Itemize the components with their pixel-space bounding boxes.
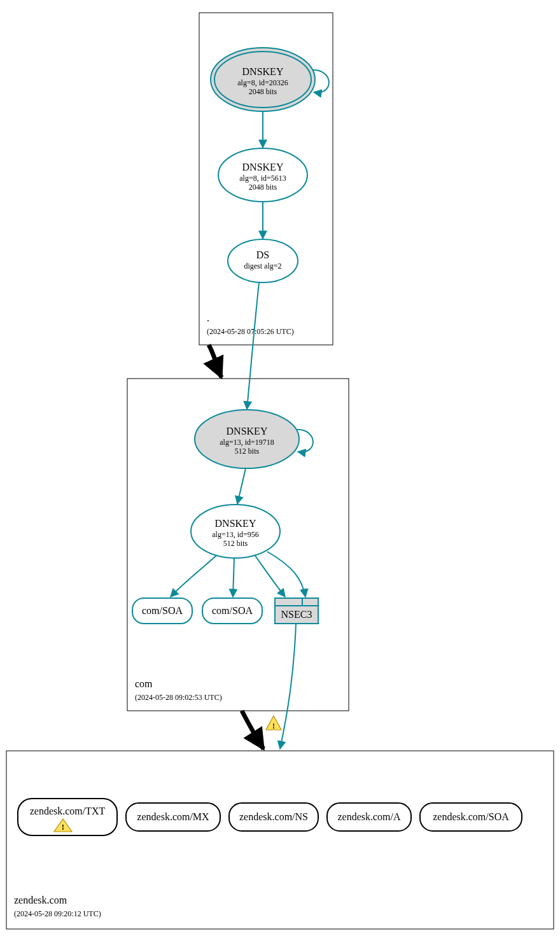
- com-ksk-title: DNSKEY: [227, 426, 268, 437]
- node-zendesk-a[interactable]: zendesk.com/A: [327, 803, 411, 831]
- zone-root-name: .: [207, 312, 209, 323]
- com-ksk-l1: alg=13, id=19718: [220, 438, 274, 447]
- svg-rect-14: [6, 751, 554, 929]
- z-soa-title: zendesk.com/SOA: [433, 811, 509, 822]
- node-zendesk-ns[interactable]: zendesk.com/NS: [229, 803, 318, 831]
- edge-com-ksk-to-zsk: [237, 468, 246, 504]
- node-zendesk-mx[interactable]: zendesk.com/MX: [126, 803, 220, 831]
- edge-com-to-zendesk-zone: [242, 711, 263, 749]
- warning-icon-edge: !: [266, 716, 281, 730]
- node-zendesk-txt[interactable]: zendesk.com/TXT !: [18, 799, 117, 835]
- root-zsk-l2: 2048 bits: [249, 183, 277, 192]
- node-com-soa-1[interactable]: com/SOA: [132, 598, 192, 624]
- zone-root-timestamp: (2024-05-28 07:05:26 UTC): [207, 327, 294, 336]
- edge-nsec3-to-zendesk: [280, 624, 296, 749]
- com-soa2-title: com/SOA: [212, 605, 253, 616]
- z-ns-title: zendesk.com/NS: [239, 811, 308, 822]
- edge-com-zsk-soa1: [171, 555, 216, 597]
- com-nsec3-title: NSEC3: [281, 609, 312, 620]
- edge-com-zsk-nsec3b: [267, 552, 305, 597]
- root-ksk-title: DNSKEY: [242, 66, 284, 77]
- com-zsk-title: DNSKEY: [215, 518, 256, 529]
- node-root-ksk[interactable]: DNSKEY alg=8, id=20326 2048 bits: [211, 48, 315, 111]
- zone-zendesk-name: zendesk.com: [14, 895, 67, 905]
- z-a-title: zendesk.com/A: [337, 811, 401, 822]
- node-root-ds[interactable]: DS digest alg=2: [228, 239, 298, 283]
- node-com-soa-2[interactable]: com/SOA: [202, 598, 262, 624]
- node-com-zsk[interactable]: DNSKEY alg=13, id=956 512 bits: [191, 505, 280, 558]
- node-root-zsk[interactable]: DNSKEY alg=8, id=5613 2048 bits: [218, 148, 307, 202]
- z-txt-title: zendesk.com/TXT: [30, 806, 106, 816]
- svg-text:!: !: [272, 722, 275, 730]
- zone-com-name: com: [135, 678, 153, 689]
- edge-ds-to-com-ksk: [247, 283, 259, 409]
- com-ksk-l2: 512 bits: [235, 447, 260, 456]
- root-ksk-l1: alg=8, id=20326: [237, 78, 288, 87]
- z-mx-title: zendesk.com/MX: [137, 811, 209, 822]
- root-zsk-l1: alg=8, id=5613: [239, 174, 286, 183]
- zone-com-timestamp: (2024-05-28 09:02:53 UTC): [135, 693, 222, 702]
- com-zsk-l2: 512 bits: [223, 539, 248, 548]
- edge-com-zsk-nsec3a: [255, 555, 285, 597]
- zone-zendesk-timestamp: (2024-05-28 09:20:12 UTC): [14, 909, 101, 918]
- zone-zendesk[interactable]: zendesk.com (2024-05-28 09:20:12 UTC): [6, 751, 554, 929]
- node-zendesk-soa[interactable]: zendesk.com/SOA: [420, 803, 522, 831]
- edge-com-zsk-soa2: [233, 558, 234, 597]
- root-ds-l1: digest alg=2: [244, 262, 281, 270]
- svg-text:!: !: [62, 822, 64, 832]
- com-zsk-l1: alg=13, id=956: [212, 530, 259, 539]
- dnssec-diagram: . (2024-05-28 07:05:26 UTC) DNSKEY alg=8…: [0, 0, 560, 943]
- svg-point-4: [228, 239, 298, 283]
- edge-root-to-com-zone: [209, 345, 221, 377]
- com-soa1-title: com/SOA: [142, 605, 183, 616]
- node-com-ksk[interactable]: DNSKEY alg=13, id=19718 512 bits: [195, 410, 299, 468]
- node-com-nsec3[interactable]: NSEC3: [275, 598, 318, 624]
- root-ds-title: DS: [256, 249, 269, 260]
- root-zsk-title: DNSKEY: [242, 162, 284, 172]
- root-ksk-l2: 2048 bits: [249, 87, 277, 96]
